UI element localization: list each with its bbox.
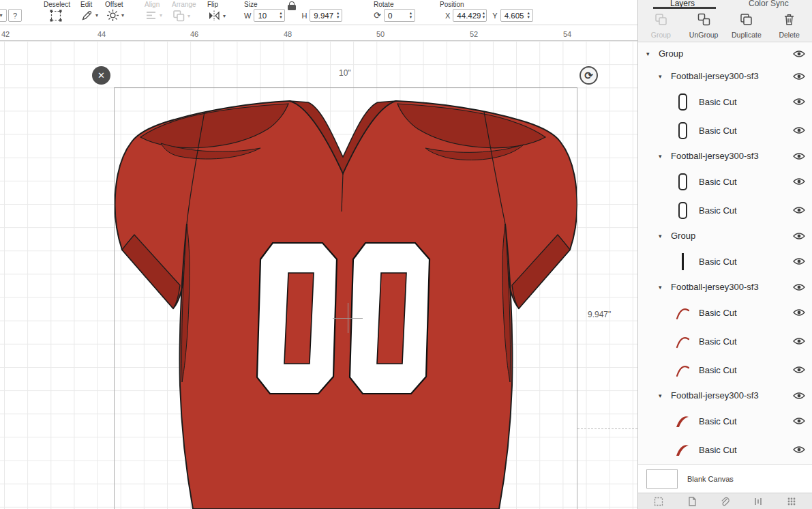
layer-row-basic-cut[interactable]: Basic Cut [638, 298, 812, 327]
disclosure-triangle-icon[interactable]: ▾ [659, 392, 669, 399]
flip-button[interactable]: ▾ [207, 9, 226, 23]
visibility-eye-icon[interactable] [793, 126, 805, 134]
grid-options-button[interactable] [786, 496, 797, 507]
selection-width-label: 10" [339, 68, 351, 78]
new-page-button[interactable] [687, 496, 697, 507]
step-down-icon: ▼ [407, 16, 415, 20]
layer-row-group[interactable]: ▾ Football-jersey300-sf3 [638, 384, 812, 407]
layer-actions: Group UnGroup Duplicate D [638, 10, 812, 42]
visibility-eye-icon[interactable] [793, 308, 805, 317]
visibility-eye-icon[interactable] [793, 177, 805, 186]
canvas-color-swatch[interactable] [646, 469, 678, 489]
visibility-eye-icon[interactable] [793, 232, 805, 240]
layer-row-group[interactable]: ▾ Football-jersey300-sf3 [638, 276, 812, 298]
height-stepper[interactable]: ▲ ▼ [334, 10, 342, 21]
disclosure-triangle-icon[interactable]: ▾ [659, 153, 669, 160]
layer-row-basic-cut[interactable]: Basic Cut [638, 435, 812, 464]
group-button[interactable]: Group [641, 12, 680, 39]
size-label: Size [244, 1, 257, 8]
position-y-stepper[interactable]: ▲ ▼ [525, 10, 532, 21]
layer-row-basic-cut[interactable]: Basic Cut [638, 167, 812, 196]
disclosure-triangle-icon[interactable]: ▾ [659, 284, 669, 291]
chevron-down-icon: ▾ [121, 12, 124, 18]
layer-thumbnail-cuff [678, 173, 687, 190]
layer-row-basic-cut[interactable]: Basic Cut [638, 327, 812, 355]
width-stepper[interactable]: ▲ ▼ [277, 10, 284, 21]
position-x-stepper[interactable]: ▲ ▼ [481, 10, 487, 21]
panel-tabs: Layers Color Sync [638, 0, 812, 10]
design-app: ▾ ? Deselect Edit [0, 0, 812, 509]
layer-row-basic-cut[interactable]: Basic Cut [638, 196, 812, 224]
visibility-eye-icon[interactable] [793, 152, 805, 160]
overflow-dropdown-button[interactable]: ▾ [0, 9, 7, 22]
group-icon [654, 12, 668, 27]
rotate-handle[interactable]: ⟳ [580, 66, 598, 85]
ungroup-button[interactable]: UnGroup [684, 12, 723, 39]
height-input[interactable]: 9.947 ▲ ▼ [310, 9, 342, 22]
layer-row-basic-cut[interactable]: Basic Cut [638, 87, 812, 116]
layer-row-basic-cut[interactable]: Basic Cut [638, 116, 812, 145]
deselect-button[interactable] [49, 9, 63, 23]
layer-row-group[interactable]: ▾ Group [638, 42, 812, 65]
layer-row-basic-cut[interactable]: Basic Cut [638, 247, 812, 276]
visibility-eye-icon[interactable] [793, 446, 805, 454]
layer-thumbnail-swoosh [674, 441, 691, 459]
visibility-eye-icon[interactable] [793, 206, 805, 214]
layer-row-group[interactable]: ▾ Group [638, 224, 812, 247]
size-group: Size W 10 ▲ ▼ H 9.947 ▲ ▼ [243, 0, 359, 25]
distribute-icon [753, 496, 764, 507]
width-input[interactable]: 10 ▲ ▼ [254, 9, 285, 22]
layer-row-group[interactable]: ▾ Football-jersey300-sf3 [638, 65, 812, 87]
jersey-number-zero-1-counter [284, 273, 314, 364]
edit-label: Edit [80, 1, 92, 8]
chevron-down-icon: ▾ [187, 13, 190, 19]
disclosure-triangle-icon[interactable]: ▾ [646, 50, 657, 57]
select-area-button[interactable] [653, 496, 664, 507]
layer-row-basic-cut[interactable]: Basic Cut [638, 407, 812, 435]
marquee-icon [653, 496, 664, 507]
ruler-tick: 54 [563, 30, 571, 38]
position-x-value: 44.429 [457, 12, 481, 20]
design-canvas[interactable]: 10" 9.947" ✕ ⟳ [0, 41, 637, 509]
visibility-eye-icon[interactable] [793, 283, 805, 291]
disclosure-triangle-icon[interactable]: ▾ [659, 73, 669, 80]
align-label: Align [145, 1, 160, 8]
duplicate-button[interactable]: Duplicate [727, 12, 766, 39]
selection-center-crosshair [348, 303, 348, 333]
visibility-eye-icon[interactable] [793, 50, 805, 58]
visibility-eye-icon[interactable] [793, 417, 805, 425]
visibility-eye-icon[interactable] [793, 72, 805, 81]
tab-color-sync[interactable]: Color Sync [749, 0, 789, 8]
chevron-down-icon: ▾ [223, 13, 226, 19]
disclosure-triangle-icon[interactable]: ▾ [659, 233, 669, 239]
visibility-eye-icon[interactable] [793, 98, 805, 106]
deselect-handle[interactable]: ✕ [92, 66, 110, 85]
offset-button[interactable]: ▾ [106, 9, 124, 22]
rotate-stepper[interactable]: ▲ ▼ [407, 10, 415, 21]
jersey-artwork[interactable] [0, 41, 637, 509]
layer-row-group[interactable]: ▾ Football-jersey300-sf3 [638, 145, 812, 167]
visibility-eye-icon[interactable] [793, 366, 805, 374]
delete-button[interactable]: Delete [770, 12, 809, 39]
layer-thumbnail-cuff [678, 93, 687, 111]
distribute-button[interactable] [753, 496, 764, 507]
selection-bottom-guide [577, 428, 637, 429]
align-button[interactable]: ▾ [145, 9, 162, 22]
position-x-input[interactable]: 44.429 ▲ ▼ [453, 9, 487, 22]
visibility-eye-icon[interactable] [793, 337, 805, 345]
step-down-icon: ▼ [334, 16, 342, 20]
rotate-input[interactable]: 0 ▲ ▼ [384, 9, 415, 22]
attach-button[interactable] [719, 496, 730, 507]
y-axis-label: Y [492, 12, 497, 20]
position-y-input[interactable]: 4.605 ▲ ▼ [500, 9, 533, 22]
step-down-icon: ▼ [525, 16, 532, 20]
help-button[interactable]: ? [8, 9, 22, 22]
layer-row-basic-cut[interactable]: Basic Cut [638, 355, 812, 384]
ruler-tick: 52 [470, 30, 478, 38]
visibility-eye-icon[interactable] [793, 257, 805, 265]
edit-button[interactable]: ▾ [80, 9, 98, 22]
visibility-eye-icon[interactable] [793, 392, 805, 400]
arrange-button[interactable]: ▾ [172, 9, 190, 23]
deselect-marquee-icon [49, 9, 63, 23]
height-value: 9.947 [314, 12, 334, 20]
